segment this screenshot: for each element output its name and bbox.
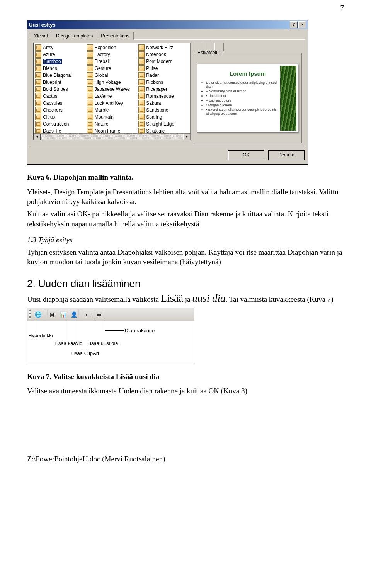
template-file-icon bbox=[138, 93, 145, 99]
close-button[interactable]: × bbox=[298, 21, 306, 28]
template-item-label: Japanese Waves bbox=[95, 87, 130, 92]
template-list[interactable]: ArtsyAzureBambooBlendsBlue DiagonalBluep… bbox=[33, 43, 191, 140]
template-item-label: Artsy bbox=[43, 45, 53, 50]
template-item[interactable]: LaVerne bbox=[86, 93, 138, 100]
bamboo-graphic bbox=[280, 66, 296, 131]
template-item-label: Capsules bbox=[43, 100, 62, 106]
paragraph-4: Uusi diapohja saadaan valitsemalla valik… bbox=[27, 291, 344, 305]
template-item[interactable]: High Voltage bbox=[86, 79, 138, 86]
label-hyperlinkki: Hyperlinkki bbox=[28, 333, 53, 338]
template-item-label: Azure bbox=[43, 52, 55, 57]
template-item[interactable]: Ricepaper bbox=[138, 86, 189, 93]
template-item[interactable]: Checkers bbox=[34, 107, 86, 114]
template-file-icon bbox=[138, 79, 145, 85]
horizontal-scrollbar[interactable]: ◂ ▸ bbox=[34, 133, 190, 140]
template-item[interactable]: Blue Diagonal bbox=[34, 72, 86, 79]
ok-button[interactable]: OK bbox=[228, 150, 264, 160]
template-file-icon bbox=[138, 107, 145, 113]
template-file-icon bbox=[35, 65, 41, 71]
template-item-label: Dads Tie bbox=[43, 128, 61, 134]
template-item[interactable]: Japanese Waves bbox=[86, 86, 138, 93]
template-item[interactable]: Network Blitz bbox=[138, 44, 189, 51]
template-item[interactable]: Sandstone bbox=[138, 107, 189, 114]
template-item[interactable]: Bold Stripes bbox=[34, 86, 86, 93]
tab-yleiset[interactable]: Yleiset bbox=[30, 32, 52, 40]
template-item[interactable]: Pulse bbox=[138, 65, 189, 72]
cancel-button[interactable]: Peruuta bbox=[268, 150, 305, 160]
template-file-icon bbox=[138, 58, 145, 65]
template-item[interactable]: Expedition bbox=[86, 44, 138, 51]
template-item[interactable]: Bamboo bbox=[34, 58, 86, 65]
template-item[interactable]: Romanesque bbox=[138, 93, 189, 100]
caption-kuva7: Kuva 7. Valitse kuvakkeista Lisää uusi d… bbox=[27, 372, 344, 382]
template-file-icon bbox=[87, 107, 93, 113]
template-item-label: Strategic bbox=[146, 128, 164, 134]
template-item-label: Factory bbox=[95, 52, 110, 57]
template-file-icon bbox=[35, 93, 41, 99]
slide-layout-icon[interactable]: ▤ bbox=[94, 310, 104, 319]
new-slide-icon[interactable]: ▭ bbox=[83, 310, 93, 319]
paragraph-2: Kuittaa valintasi OK- painikkeella ja va… bbox=[27, 209, 344, 229]
template-item[interactable]: Construction bbox=[34, 121, 86, 127]
template-item[interactable]: Citrus bbox=[34, 114, 86, 121]
template-item[interactable]: Cactus bbox=[34, 93, 86, 100]
template-item-label: Radar bbox=[146, 73, 159, 78]
template-item[interactable]: Artsy bbox=[34, 44, 86, 51]
table-icon[interactable]: ▦ bbox=[47, 310, 57, 319]
template-item[interactable]: Fireball bbox=[86, 58, 138, 65]
template-file-icon bbox=[35, 44, 41, 51]
template-item-label: Romanesque bbox=[146, 93, 174, 99]
tabs: Yleiset Design Templates Presentations bbox=[27, 29, 308, 39]
tab-design-templates[interactable]: Design Templates bbox=[52, 32, 97, 40]
clipart-icon[interactable]: 👤 bbox=[69, 310, 79, 319]
template-item[interactable]: Gesture bbox=[86, 65, 138, 72]
template-item[interactable]: Nature bbox=[86, 121, 138, 127]
tab-presentations[interactable]: Presentations bbox=[97, 32, 133, 40]
template-item[interactable]: Post Modern bbox=[138, 58, 189, 65]
template-item-label: Gesture bbox=[95, 66, 111, 71]
template-file-icon bbox=[35, 51, 41, 58]
scroll-left-icon[interactable]: ◂ bbox=[34, 134, 41, 140]
template-file-icon bbox=[138, 86, 145, 92]
template-item-label: Sandstone bbox=[146, 107, 168, 113]
template-item[interactable]: Straight Edge bbox=[138, 121, 189, 127]
template-item[interactable]: Radar bbox=[138, 72, 189, 79]
template-item[interactable]: Azure bbox=[34, 51, 86, 58]
template-file-icon bbox=[138, 100, 145, 106]
heading-1-3: 1.3 Tyhjä esitys bbox=[27, 235, 344, 245]
template-file-icon bbox=[35, 86, 41, 92]
template-file-icon bbox=[138, 65, 145, 71]
template-item-label: Lock And Key bbox=[95, 100, 123, 106]
template-item[interactable]: Lock And Key bbox=[86, 100, 138, 107]
template-item[interactable]: Global bbox=[86, 72, 138, 79]
template-item[interactable]: Blends bbox=[34, 65, 86, 72]
template-item[interactable]: Marble bbox=[86, 107, 138, 114]
label-lisaa-clipart: Lisää ClipArt bbox=[71, 350, 99, 356]
template-item-label: Pulse bbox=[146, 66, 158, 71]
template-item[interactable]: Notebook bbox=[138, 51, 189, 58]
template-item-label: Bold Stripes bbox=[43, 87, 68, 92]
template-item[interactable]: Soaring bbox=[138, 114, 189, 121]
template-file-icon bbox=[87, 100, 93, 106]
preview-legend: Esikatselu bbox=[196, 50, 220, 55]
chart-icon[interactable]: 📊 bbox=[58, 310, 68, 319]
template-item-label: Blends bbox=[43, 66, 57, 71]
template-file-icon bbox=[35, 100, 41, 106]
template-item-label: Notebook bbox=[146, 52, 166, 57]
scroll-right-icon[interactable]: ▸ bbox=[183, 134, 190, 140]
template-item-label: Blueprint bbox=[43, 80, 61, 85]
template-item-label: Network Blitz bbox=[146, 45, 173, 50]
toolbar-figure: 🌐 ▦ 📊 👤 ▭ ▤ Hyperlinkki Lisää kaavio Lis… bbox=[27, 308, 194, 364]
paragraph-1: Yleiset-, Design Template ja Presentatio… bbox=[27, 187, 344, 207]
template-item[interactable]: Factory bbox=[86, 51, 138, 58]
template-item[interactable]: Capsules bbox=[34, 100, 86, 107]
template-item[interactable]: Ribbons bbox=[138, 79, 189, 86]
dialog-title: Uusi esitys bbox=[29, 22, 56, 28]
template-file-icon bbox=[138, 72, 145, 78]
help-button[interactable]: ? bbox=[290, 21, 298, 28]
template-item[interactable]: Blueprint bbox=[34, 79, 86, 86]
template-item[interactable]: Sakura bbox=[138, 100, 189, 107]
template-item-label: Blue Diagonal bbox=[43, 73, 72, 78]
hyperlink-icon[interactable]: 🌐 bbox=[33, 310, 43, 319]
template-item[interactable]: Mountain bbox=[86, 114, 138, 121]
